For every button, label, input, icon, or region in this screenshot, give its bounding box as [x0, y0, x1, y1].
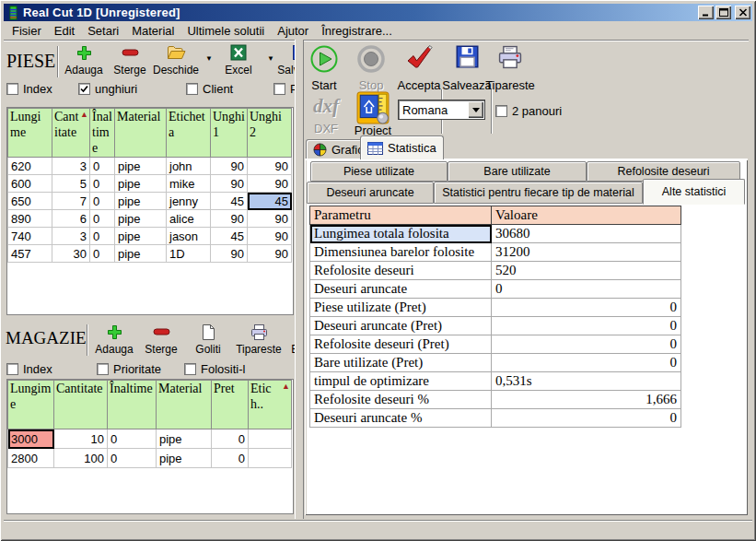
- stats-value-cell[interactable]: 0: [492, 335, 681, 354]
- magazie-folositi-checkbox[interactable]: Folositi-l: [184, 362, 245, 376]
- start-button[interactable]: Start: [304, 44, 344, 92]
- subtab-deseuri-aruncate[interactable]: Deseuri aruncate: [307, 182, 434, 204]
- column-header-unghi-1[interactable]: Unghi 1: [211, 109, 248, 158]
- stats-param-cell[interactable]: timpul de optimizare: [310, 372, 492, 391]
- cell[interactable]: 5: [52, 175, 90, 193]
- cell[interactable]: 600: [8, 175, 52, 193]
- piese-adauga-button[interactable]: Adauga: [61, 43, 107, 76]
- cell[interactable]: 890: [8, 210, 52, 228]
- stats-param-cell[interactable]: Deseuri aruncate %: [310, 409, 492, 428]
- stats-param-cell[interactable]: Bare utilizate (Pret): [310, 354, 492, 372]
- menu-setari[interactable]: Setari: [81, 23, 125, 39]
- menu-material[interactable]: Material: [125, 23, 180, 39]
- menu-edit[interactable]: Edit: [48, 23, 81, 39]
- stats-param-cell[interactable]: Deseuri aruncate: [310, 280, 492, 299]
- piese-deschide-button[interactable]: Deschide: [149, 43, 203, 76]
- stats-param-cell[interactable]: Refolosite deseuri %: [310, 391, 492, 409]
- menu-ajutor[interactable]: Ajutor: [271, 23, 315, 39]
- column-header-material[interactable]: Material: [157, 381, 212, 429]
- magazie-goliti-button[interactable]: Goliti: [184, 323, 232, 356]
- magazie-prioritate-checkbox[interactable]: Prioritate: [97, 362, 161, 376]
- cell[interactable]: pipe: [115, 210, 167, 228]
- column-header-lungime[interactable]: Lungime: [8, 109, 52, 158]
- column-header-etich[interactable]: ▲Etich..: [249, 381, 292, 429]
- cell[interactable]: 6: [52, 210, 90, 228]
- cell[interactable]: 1D: [167, 245, 211, 263]
- cell[interactable]: pipe: [115, 193, 167, 210]
- cell[interactable]: 90: [248, 228, 292, 245]
- piese-pret-checkbox[interactable]: Pret: [273, 82, 295, 96]
- combo-dropdown-button[interactable]: [468, 101, 483, 118]
- stats-value-cell[interactable]: 0: [492, 409, 681, 428]
- stats-param-cell[interactable]: Refolosite deseuri (Pret): [310, 335, 492, 354]
- stats-value-cell[interactable]: 0: [492, 280, 681, 299]
- cell[interactable]: pipe: [157, 429, 212, 449]
- cell[interactable]: 0: [90, 228, 115, 245]
- column-header-pret[interactable]: Pret: [212, 381, 249, 429]
- stats-param-cell[interactable]: Lungimea totala folosita: [310, 225, 492, 243]
- cell[interactable]: 90: [248, 245, 292, 263]
- cell[interactable]: 0: [212, 429, 249, 449]
- stats-value-cell[interactable]: 30680: [492, 225, 681, 243]
- stats-column-header-parametru[interactable]: Parametru: [310, 206, 492, 225]
- cell[interactable]: 45: [211, 193, 248, 210]
- language-select[interactable]: Romana: [398, 100, 485, 120]
- piese-salveaza-button[interactable]: Salveaza: [273, 43, 295, 76]
- checkbox-box[interactable]: [184, 363, 196, 375]
- cell[interactable]: 3: [52, 228, 90, 245]
- magazie-index-checkbox[interactable]: Index: [6, 362, 52, 376]
- cell[interactable]: pipe: [115, 228, 167, 245]
- stats-value-cell[interactable]: 0: [492, 354, 681, 372]
- stats-value-cell[interactable]: 31200: [492, 243, 681, 262]
- piese-excel-button[interactable]: Excel: [215, 43, 262, 76]
- stop-button[interactable]: Stop: [351, 44, 391, 92]
- piese-sterge-button[interactable]: Sterge: [107, 43, 153, 76]
- cell[interactable]: pipe: [115, 245, 167, 263]
- tab-statistica[interactable]: Statistica: [360, 135, 444, 159]
- cell[interactable]: 30: [52, 245, 90, 263]
- deschide-dropdown-icon[interactable]: ▼: [205, 55, 213, 63]
- cell[interactable]: 0: [90, 193, 115, 210]
- cell[interactable]: pipe: [115, 158, 167, 175]
- cell[interactable]: 650: [8, 193, 52, 210]
- cell[interactable]: 90: [211, 245, 248, 263]
- tipareste-button[interactable]: Tipareste: [484, 44, 536, 92]
- cell[interactable]: 0: [90, 210, 115, 228]
- cell[interactable]: 0: [90, 175, 115, 193]
- column-header-eticheta[interactable]: Eticheta: [167, 109, 211, 158]
- accepta-button[interactable]: Accepta: [394, 44, 444, 92]
- stats-value-cell[interactable]: 1,666: [492, 391, 681, 409]
- checkbox-box[interactable]: [97, 363, 109, 375]
- column-header-naltime[interactable]: Înaltime: [108, 381, 157, 429]
- cell[interactable]: 90: [211, 158, 248, 175]
- cell[interactable]: 620: [8, 158, 52, 175]
- stats-value-cell[interactable]: 0: [492, 317, 681, 335]
- menu-nregistrare[interactable]: Înregistrare...: [315, 23, 399, 39]
- two-panels-checkbox[interactable]: 2 panouri: [495, 104, 562, 118]
- magazie-sterge-button[interactable]: Sterge: [138, 323, 184, 356]
- stats-value-cell[interactable]: 520: [492, 262, 681, 280]
- checkbox-box[interactable]: [6, 363, 18, 375]
- magazie-etichete-button[interactable]: Etichete: [285, 323, 295, 356]
- cell[interactable]: 90: [211, 210, 248, 228]
- cell[interactable]: jason: [167, 228, 211, 245]
- checkbox-box[interactable]: [495, 105, 507, 117]
- column-header-material[interactable]: Material: [115, 109, 167, 158]
- stats-param-cell[interactable]: Refolosite deseuri: [310, 262, 492, 280]
- cell[interactable]: alice: [167, 210, 211, 228]
- subtab-bare-utilizate[interactable]: Bare utilizate: [448, 161, 587, 182]
- cell[interactable]: 0: [212, 449, 249, 468]
- cell[interactable]: 3: [52, 158, 90, 175]
- column-header-naltime[interactable]: Înaltime: [90, 109, 115, 158]
- cell[interactable]: [249, 449, 292, 468]
- stats-column-header-valoare[interactable]: Valoare: [492, 206, 681, 225]
- cell[interactable]: 0: [90, 158, 115, 175]
- subtab-alte-statistici[interactable]: Alte statistici: [643, 179, 745, 205]
- menu-fisier[interactable]: Fisier: [6, 23, 48, 39]
- column-header-lungime[interactable]: Lungime: [8, 381, 54, 429]
- close-button[interactable]: [735, 6, 750, 19]
- cell[interactable]: [249, 429, 292, 449]
- panel-splitter[interactable]: [295, 40, 304, 519]
- stats-value-cell[interactable]: 0,531s: [492, 372, 681, 391]
- stats-param-cell[interactable]: Piese utilizate (Pret): [310, 299, 492, 317]
